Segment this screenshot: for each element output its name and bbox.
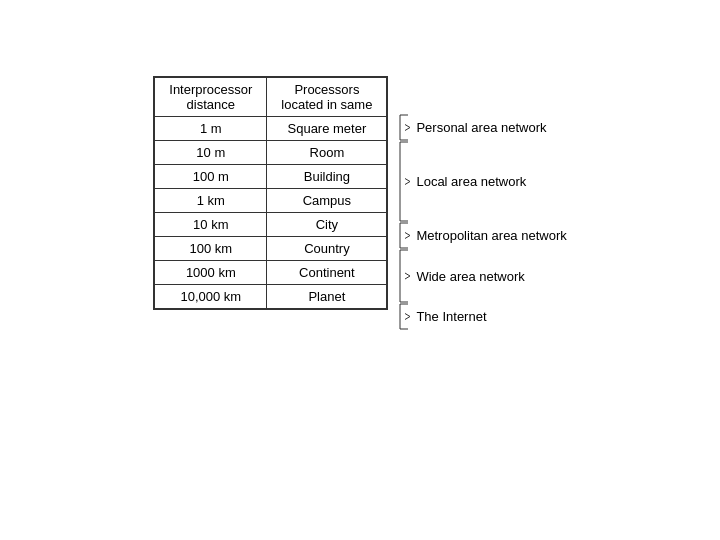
bracket-svg — [398, 141, 412, 222]
cell-distance: 10 km — [155, 213, 267, 237]
bracket-group: Metropolitan area network — [398, 222, 566, 249]
classification-table: Interprocessordistance Processorslocated… — [154, 77, 387, 309]
cell-location: Room — [267, 141, 387, 165]
cell-distance: 1000 km — [155, 261, 267, 285]
cell-distance: 1 m — [155, 117, 267, 141]
table-row: 100 mBuilding — [155, 165, 387, 189]
table-wrapper: Interprocessordistance Processorslocated… — [153, 76, 388, 310]
brackets-area: Personal area networkLocal area networkM… — [398, 76, 566, 330]
table-row: 10,000 kmPlanet — [155, 285, 387, 309]
bracket-label: Personal area network — [416, 120, 546, 135]
cell-distance: 10 m — [155, 141, 267, 165]
table-row: 100 kmCountry — [155, 237, 387, 261]
cell-distance: 1 km — [155, 189, 267, 213]
table-row: 10 mRoom — [155, 141, 387, 165]
bracket-label: Wide area network — [416, 269, 524, 284]
bracket-svg — [398, 222, 412, 249]
cell-location: Campus — [267, 189, 387, 213]
cell-distance: 100 m — [155, 165, 267, 189]
table-row: 1 mSquare meter — [155, 117, 387, 141]
cell-distance: 100 km — [155, 237, 267, 261]
bracket-svg — [398, 114, 412, 141]
table-row: 1000 kmContinent — [155, 261, 387, 285]
cell-location: Square meter — [267, 117, 387, 141]
bracket-label: Metropolitan area network — [416, 228, 566, 243]
bracket-group: The Internet — [398, 303, 566, 330]
cell-distance: 10,000 km — [155, 285, 267, 309]
bracket-group: Local area network — [398, 141, 566, 222]
cell-location: Country — [267, 237, 387, 261]
bracket-group: Wide area network — [398, 249, 566, 303]
bracket-label: The Internet — [416, 309, 486, 324]
bracket-svg — [398, 249, 412, 303]
table-row: 1 kmCampus — [155, 189, 387, 213]
bracket-group: Personal area network — [398, 114, 566, 141]
bracket-label: Local area network — [416, 174, 526, 189]
header-distance: Interprocessordistance — [155, 78, 267, 117]
page: Interprocessordistance Processorslocated… — [0, 0, 720, 540]
cell-location: City — [267, 213, 387, 237]
cell-location: Building — [267, 165, 387, 189]
bracket-svg — [398, 303, 412, 330]
content-area: Interprocessordistance Processorslocated… — [153, 76, 566, 330]
header-processors: Processorslocated in same — [267, 78, 387, 117]
cell-location: Planet — [267, 285, 387, 309]
table-row: 10 kmCity — [155, 213, 387, 237]
cell-location: Continent — [267, 261, 387, 285]
